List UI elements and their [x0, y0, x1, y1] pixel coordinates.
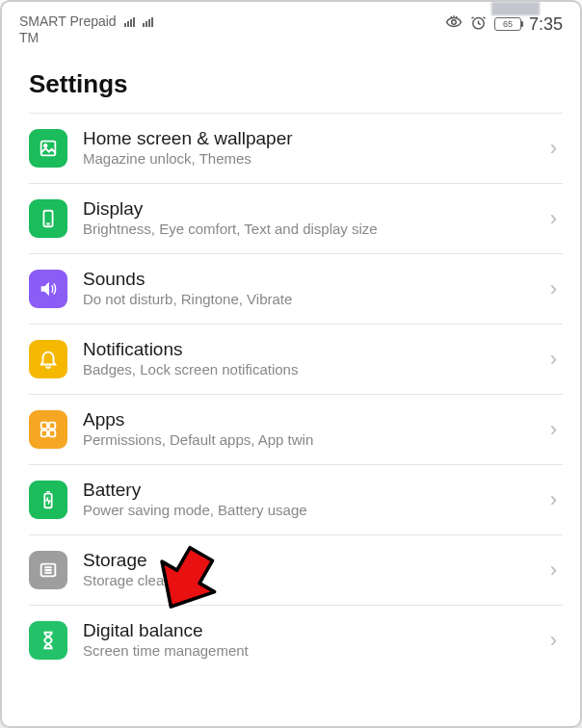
svg-rect-5: [41, 422, 47, 428]
item-title: Display: [83, 197, 535, 221]
item-subtitle: Permissions, Default apps, App twin: [83, 430, 535, 450]
settings-item-digital-balance[interactable]: Digital balance Screen time management ›: [29, 605, 563, 675]
status-left: SMART Prepaid TM: [19, 13, 153, 46]
item-title: Apps: [83, 408, 535, 431]
battery-icon: [29, 481, 67, 519]
settings-item-storage[interactable]: Storage Storage cleaner ›: [29, 534, 563, 605]
wallpaper-icon: [29, 129, 67, 168]
item-title: Battery: [83, 479, 535, 502]
item-subtitle: Do not disturb, Ringtone, Vibrate: [83, 290, 535, 309]
item-subtitle: Power saving mode, Battery usage: [83, 501, 535, 520]
storage-icon: [29, 551, 67, 589]
settings-item-display[interactable]: Display Brightness, Eye comfort, Text an…: [29, 183, 563, 253]
chevron-right-icon: ›: [550, 276, 563, 301]
item-title: Home screen & wallpaper: [83, 127, 535, 150]
settings-item-notifications[interactable]: Notifications Badges, Lock screen notifi…: [29, 324, 563, 394]
item-subtitle: Screen time management: [83, 641, 535, 661]
svg-rect-7: [41, 430, 47, 436]
status-right: 65 7:35: [445, 13, 563, 35]
item-title: Digital balance: [83, 619, 535, 642]
carrier-label-2: TM: [19, 30, 153, 46]
settings-item-battery[interactable]: Battery Power saving mode, Battery usage…: [29, 464, 563, 534]
svg-rect-8: [49, 430, 55, 436]
svg-rect-6: [49, 422, 55, 428]
chevron-right-icon: ›: [550, 487, 563, 512]
blur-overlay: [491, 2, 540, 15]
item-title: Sounds: [83, 268, 535, 291]
svg-rect-2: [41, 141, 56, 155]
item-subtitle: Badges, Lock screen notifications: [83, 360, 535, 379]
battery-indicator-icon: 65: [494, 17, 521, 31]
item-title: Notifications: [83, 338, 535, 361]
item-subtitle: Magazine unlock, Themes: [83, 149, 535, 169]
chevron-right-icon: ›: [550, 417, 563, 442]
item-title: Storage: [83, 549, 535, 572]
display-icon: [29, 199, 67, 238]
settings-item-home-screen[interactable]: Home screen & wallpaper Magazine unlock,…: [29, 113, 563, 183]
digital-balance-icon: [29, 621, 67, 660]
chevron-right-icon: ›: [550, 206, 563, 231]
settings-list: Home screen & wallpaper Magazine unlock,…: [2, 113, 580, 675]
battery-level: 65: [503, 19, 513, 29]
carrier-label-1: SMART Prepaid: [19, 13, 117, 30]
alarm-icon: [470, 14, 487, 35]
svg-point-3: [44, 143, 47, 146]
apps-icon: [29, 410, 67, 449]
item-subtitle: Storage cleaner: [83, 571, 535, 590]
settings-item-sounds[interactable]: Sounds Do not disturb, Ringtone, Vibrate…: [29, 253, 563, 324]
item-subtitle: Brightness, Eye comfort, Text and displa…: [83, 220, 535, 239]
clock-time: 7:35: [529, 14, 563, 35]
notifications-icon: [29, 340, 67, 378]
svg-point-0: [452, 20, 457, 25]
page-title: Settings: [2, 50, 580, 113]
eye-comfort-icon: [445, 13, 463, 35]
signal-icon-1: [124, 15, 135, 27]
settings-item-apps[interactable]: Apps Permissions, Default apps, App twin…: [29, 394, 563, 464]
chevron-right-icon: ›: [550, 558, 563, 583]
signal-icon-2: [143, 15, 153, 27]
chevron-right-icon: ›: [550, 136, 563, 161]
chevron-right-icon: ›: [550, 628, 563, 653]
chevron-right-icon: ›: [550, 347, 563, 372]
sounds-icon: [29, 270, 67, 308]
